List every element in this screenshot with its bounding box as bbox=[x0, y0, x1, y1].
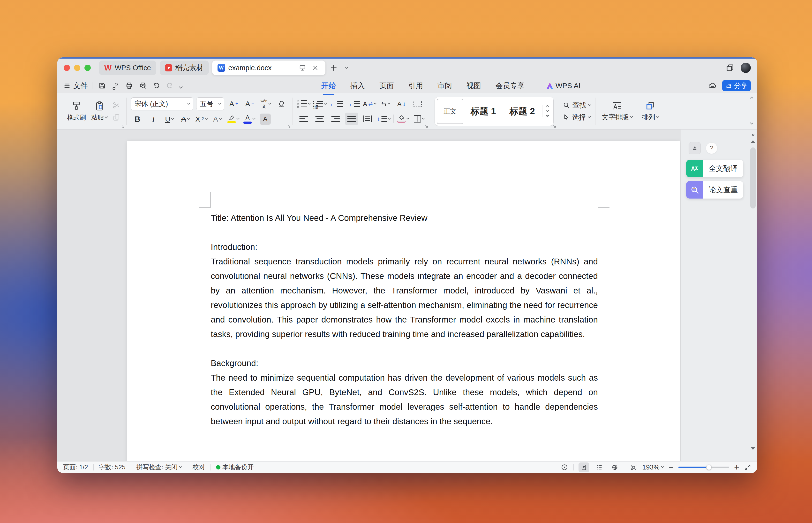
paste-button[interactable]: 粘贴 bbox=[89, 100, 109, 123]
wrap-settings-button[interactable]: ⇆ bbox=[379, 97, 392, 110]
vertical-scrollbar[interactable] bbox=[749, 129, 757, 461]
document-canvas[interactable]: Title: Attention Is All You Need - A Com… bbox=[57, 129, 681, 461]
scroll-up-arrow-icon[interactable] bbox=[751, 140, 755, 143]
tab-list-chevron-icon[interactable] bbox=[342, 63, 352, 73]
cloud-sync-icon[interactable] bbox=[708, 81, 717, 90]
reader-mode-icon[interactable] bbox=[560, 463, 569, 471]
wps-ai-button[interactable]: WPS AI bbox=[547, 82, 581, 90]
style-scroll-down-icon[interactable] bbox=[546, 109, 549, 112]
ribbon-scroll-up-icon[interactable] bbox=[750, 96, 753, 100]
align-left-icon[interactable] bbox=[297, 113, 310, 125]
arrange-button[interactable]: 排列 bbox=[640, 100, 661, 123]
collapse-ribbon-icon[interactable] bbox=[750, 131, 756, 137]
doc-title[interactable]: Title: Attention Is All You Need - A Com… bbox=[211, 211, 598, 225]
show-marks-icon[interactable] bbox=[411, 97, 424, 110]
align-center-icon[interactable] bbox=[313, 113, 326, 125]
decrease-indent-icon[interactable]: ← bbox=[329, 97, 343, 110]
shading-button[interactable] bbox=[397, 113, 410, 125]
increase-indent-icon[interactable]: → bbox=[346, 97, 360, 110]
save-icon[interactable] bbox=[98, 82, 106, 90]
tab-home[interactable]: 开始 bbox=[321, 79, 336, 92]
ribbon-scroll-down-icon[interactable] bbox=[750, 121, 753, 124]
tab-insert[interactable]: 插入 bbox=[350, 79, 365, 92]
sort-icon[interactable]: A↓ bbox=[395, 97, 408, 110]
tab-page[interactable]: 页面 bbox=[379, 79, 394, 92]
close-window-button[interactable] bbox=[64, 65, 70, 71]
close-tab-icon[interactable] bbox=[310, 63, 320, 73]
export-pdf-icon[interactable] bbox=[112, 82, 119, 90]
justify-icon[interactable] bbox=[345, 113, 358, 125]
tab-docer[interactable]: 稻壳素材 bbox=[160, 60, 209, 75]
text-direction-button[interactable]: A⇄ bbox=[363, 97, 376, 110]
numbered-list-button[interactable] bbox=[313, 97, 327, 110]
print-icon[interactable] bbox=[125, 82, 133, 90]
style-heading1[interactable]: 标题 1 bbox=[464, 99, 502, 124]
find-button[interactable]: 查找 bbox=[563, 101, 591, 110]
align-right-icon[interactable] bbox=[329, 113, 342, 125]
qat-customize-chevron-icon[interactable] bbox=[180, 82, 182, 90]
user-avatar[interactable] bbox=[741, 63, 751, 73]
spellcheck-toggle[interactable]: 拼写检查: 关闭 bbox=[136, 463, 182, 471]
pinyin-guide-button[interactable]: wén文 bbox=[259, 97, 272, 110]
print-preview-icon[interactable] bbox=[139, 82, 147, 90]
char-shading-button[interactable]: A bbox=[259, 113, 272, 125]
tab-membership[interactable]: 会员专享 bbox=[495, 79, 525, 92]
style-normal[interactable]: 正文 bbox=[437, 99, 463, 124]
screen-share-icon[interactable] bbox=[298, 63, 307, 73]
select-button[interactable]: 选择 bbox=[563, 113, 591, 122]
bullet-list-button[interactable] bbox=[297, 97, 310, 110]
clipboard-dialog-launcher-icon[interactable] bbox=[121, 124, 125, 128]
window-manage-icon[interactable] bbox=[725, 64, 734, 72]
page-view-icon[interactable] bbox=[579, 463, 589, 472]
italic-button[interactable]: I bbox=[147, 113, 160, 125]
clear-format-icon[interactable] bbox=[275, 97, 288, 110]
increase-font-size-button[interactable]: A+ bbox=[227, 97, 240, 110]
font-dialog-launcher-icon[interactable] bbox=[287, 124, 291, 128]
doc-heading-introduction[interactable]: Introduction: bbox=[211, 240, 598, 254]
borders-button[interactable] bbox=[413, 113, 426, 125]
local-backup-status[interactable]: 本地备份开 bbox=[216, 463, 254, 471]
fullscreen-icon[interactable] bbox=[744, 464, 751, 471]
decrease-font-size-button[interactable]: A− bbox=[243, 97, 256, 110]
tab-example-docx[interactable]: W example.docx bbox=[212, 60, 325, 75]
undo-icon[interactable] bbox=[152, 82, 160, 90]
zoom-slider-thumb[interactable] bbox=[706, 465, 712, 470]
zoom-window-button[interactable] bbox=[84, 65, 91, 71]
superscript-button[interactable]: X2 bbox=[195, 113, 208, 125]
style-heading2[interactable]: 标题 2 bbox=[503, 99, 541, 124]
file-menu-button[interactable]: 文件 bbox=[64, 81, 88, 91]
font-color-button[interactable]: A bbox=[243, 113, 256, 125]
style-gallery-expand-icon[interactable] bbox=[546, 115, 549, 117]
styles-dialog-launcher-icon[interactable] bbox=[553, 124, 556, 128]
paragraph-dialog-launcher-icon[interactable] bbox=[424, 124, 429, 128]
format-painter-button[interactable]: 格式刷 bbox=[65, 100, 88, 123]
web-view-icon[interactable] bbox=[609, 463, 620, 472]
font-size-select[interactable]: 五号 bbox=[196, 97, 224, 110]
full-text-translate-button[interactable]: 全文翻译 bbox=[686, 160, 743, 177]
doc-heading-background[interactable]: Background: bbox=[211, 356, 598, 371]
scroll-down-arrow-icon[interactable] bbox=[751, 447, 755, 450]
proofread-button[interactable]: 校对 bbox=[193, 463, 205, 471]
zoom-in-button[interactable]: + bbox=[734, 463, 739, 472]
word-count[interactable]: 字数: 525 bbox=[99, 463, 126, 471]
new-tab-button[interactable] bbox=[329, 63, 339, 73]
scrollbar-thumb[interactable] bbox=[750, 147, 756, 209]
zoom-slider[interactable] bbox=[678, 467, 729, 468]
minimize-window-button[interactable] bbox=[74, 65, 80, 71]
font-name-select[interactable]: 宋体 (正文) bbox=[131, 97, 193, 110]
document-text[interactable]: Title: Attention Is All You Need - A Com… bbox=[211, 211, 598, 429]
underline-button[interactable]: U bbox=[163, 113, 176, 125]
share-button[interactable]: 分享 bbox=[722, 80, 751, 91]
zoom-percent[interactable]: 193% bbox=[642, 464, 664, 471]
strikethrough-button[interactable]: A bbox=[179, 113, 192, 125]
tab-wps-office[interactable]: W WPS Office bbox=[99, 60, 156, 75]
collapse-panel-button[interactable] bbox=[688, 142, 701, 154]
tab-review[interactable]: 审阅 bbox=[437, 79, 452, 92]
tab-view[interactable]: 视图 bbox=[466, 79, 481, 92]
fit-page-icon[interactable] bbox=[630, 464, 637, 471]
text-layout-button[interactable]: 文字排版 bbox=[600, 100, 635, 123]
style-scroll-up-icon[interactable] bbox=[546, 105, 549, 108]
help-button[interactable]: ? bbox=[706, 143, 717, 154]
paper-check-button[interactable]: 论文查重 bbox=[686, 181, 743, 199]
doc-paragraph-introduction[interactable]: Traditional sequence transduction models… bbox=[211, 254, 598, 341]
